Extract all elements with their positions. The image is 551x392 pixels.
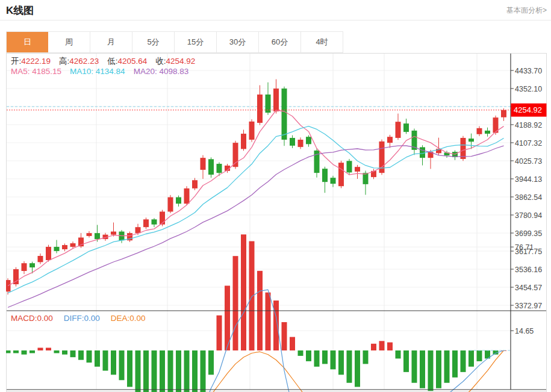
tab-interval-7[interactable]: 4时 bbox=[301, 32, 343, 52]
svg-text:3372.97: 3372.97 bbox=[515, 302, 542, 310]
ma20-line bbox=[8, 146, 504, 308]
svg-text:3780.94: 3780.94 bbox=[515, 211, 542, 220]
svg-text:4433.70: 4433.70 bbox=[515, 67, 542, 75]
interval-tabbar: 日周月5分15分30分60分4时 bbox=[6, 31, 343, 53]
tab-interval-2[interactable]: 月 bbox=[90, 32, 132, 52]
macd-pane bbox=[6, 234, 511, 392]
chart-container: 4433.704352.104270.514188.924107.324025.… bbox=[6, 53, 547, 392]
header-divider bbox=[0, 20, 551, 20]
ma5-line bbox=[8, 110, 504, 286]
svg-text:4254.92: 4254.92 bbox=[514, 105, 542, 114]
tab-interval-0[interactable]: 日 bbox=[7, 32, 48, 52]
svg-text:76.71: 76.71 bbox=[515, 243, 534, 252]
tab-interval-1[interactable]: 周 bbox=[48, 32, 90, 52]
candlestick-series bbox=[6, 79, 506, 295]
svg-text:4025.73: 4025.73 bbox=[515, 157, 542, 166]
current-price-badge: 4254.92 bbox=[511, 104, 547, 117]
tab-interval-5[interactable]: 30分 bbox=[217, 32, 259, 52]
tab-interval-6[interactable]: 60分 bbox=[259, 32, 301, 52]
ma10-line bbox=[8, 126, 504, 293]
kline-page: K线图 基本面分析> 日周月5分15分30分60分4时 4433.704352.… bbox=[0, 0, 551, 392]
svg-text:3699.35: 3699.35 bbox=[515, 229, 542, 238]
tab-interval-4[interactable]: 15分 bbox=[175, 32, 217, 52]
svg-text:4188.92: 4188.92 bbox=[515, 121, 542, 129]
svg-text:3944.13: 3944.13 bbox=[515, 175, 542, 184]
svg-text:4107.32: 4107.32 bbox=[515, 139, 542, 148]
svg-text:3862.54: 3862.54 bbox=[515, 193, 542, 202]
svg-text:4352.10: 4352.10 bbox=[515, 85, 542, 93]
svg-text:3536.16: 3536.16 bbox=[515, 266, 542, 274]
tab-interval-3[interactable]: 5分 bbox=[132, 32, 175, 52]
svg-text:3454.57: 3454.57 bbox=[515, 284, 542, 292]
svg-text:14.65: 14.65 bbox=[515, 327, 534, 335]
fundamental-analysis-link[interactable]: 基本面分析> bbox=[506, 5, 547, 16]
page-title: K线图 bbox=[6, 4, 34, 17]
kline-chart-svg[interactable]: 4433.704352.104270.514188.924107.324025.… bbox=[6, 53, 547, 392]
